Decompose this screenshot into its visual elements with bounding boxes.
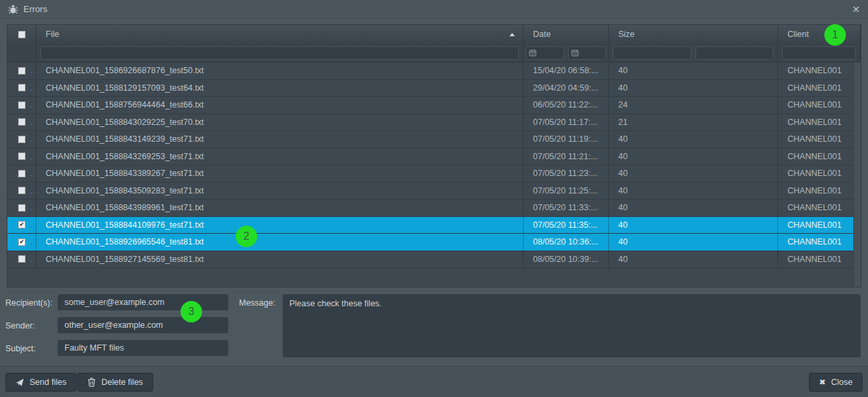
filter-check-spacer (7, 44, 36, 62)
row-client: CHANNEL001 (778, 62, 861, 79)
table-row[interactable]: ...CHANNEL001_1588843509283_test71.txt07… (7, 183, 861, 200)
row-size: 40 (609, 251, 778, 268)
table-row[interactable]: ...CHANNEL001_1588843389267_test71.txt07… (7, 165, 861, 183)
row-size: 21 (609, 114, 778, 131)
vertical-scrollbar-track[interactable] (853, 62, 861, 287)
row-size: 40 (609, 80, 778, 97)
table-row[interactable]: ✔...CHANNEL001_1588926965546_test81.txt0… (7, 234, 861, 251)
row-date: 06/05/20 11:22:... (524, 97, 609, 114)
file-filter-input[interactable] (40, 46, 519, 60)
table-row[interactable]: ...CHANNEL001_1588756944464_test66.txt06… (7, 97, 861, 114)
sender-input[interactable] (57, 316, 229, 334)
table-row[interactable]: ✔...CHANNEL001_1588844109976_test71.txt0… (7, 217, 861, 234)
header-client[interactable]: Client (778, 25, 861, 44)
row-ellipsis: ... (30, 101, 36, 109)
close-button[interactable]: ✖ Close (809, 373, 863, 392)
subject-input[interactable] (57, 339, 229, 357)
annotation-circle-1: 1 (824, 24, 846, 46)
date-to-input[interactable] (581, 48, 604, 58)
row-file: CHANNEL001_1588756944464_test66.txt (36, 97, 524, 114)
row-size: 40 (609, 148, 778, 165)
row-size: 40 (609, 165, 778, 182)
table-row[interactable]: ...CHANNEL001_1588843269253_test71.txt07… (7, 148, 861, 166)
row-size: 40 (609, 62, 778, 79)
row-check-cell[interactable]: ... (7, 165, 36, 182)
errors-table: File Date Size Client (7, 24, 861, 288)
row-file: CHANNEL001_1588843389267_test71.txt (36, 165, 524, 182)
filter-size-cell (609, 44, 778, 62)
row-date: 07/05/20 11:33:... (524, 200, 609, 216)
row-checkbox[interactable] (18, 170, 26, 177)
row-check-cell[interactable]: ... (7, 62, 36, 79)
row-client: CHANNEL001 (778, 131, 861, 148)
dialog-close-icon[interactable]: ✕ (852, 4, 860, 15)
close-x-icon: ✖ (819, 378, 826, 387)
row-file: CHANNEL001_1588926965546_test81.txt (36, 234, 524, 251)
delete-files-button[interactable]: Delete files (77, 373, 153, 392)
row-file: CHANNEL001_1588844109976_test71.txt (36, 217, 524, 234)
row-checkbox[interactable] (18, 255, 26, 263)
client-filter-input[interactable] (782, 46, 856, 60)
calendar-icon (529, 49, 536, 56)
recipients-label: Recipient(s): (5, 298, 52, 308)
row-ellipsis: ... (30, 238, 36, 246)
row-check-cell[interactable]: ✔... (7, 234, 36, 251)
row-check-cell[interactable]: ... (7, 200, 36, 216)
row-ellipsis: ... (30, 118, 36, 126)
bug-icon (8, 4, 18, 14)
row-size: 40 (609, 234, 778, 251)
row-client: CHANNEL001 (778, 251, 861, 268)
send-files-button[interactable]: Send files (5, 373, 77, 392)
header-size[interactable]: Size (609, 25, 778, 44)
date-from-filter[interactable] (526, 46, 565, 60)
select-all-checkbox[interactable] (18, 31, 26, 38)
date-to-filter[interactable] (568, 46, 607, 60)
row-check-cell[interactable]: ✔... (7, 217, 36, 234)
table-row[interactable]: ...CHANNEL001_1588843149239_test71.txt07… (7, 131, 861, 148)
table-row[interactable]: ...CHANNEL001_1588129157093_test64.txt29… (7, 80, 861, 97)
row-date: 07/05/20 11:19:... (524, 131, 609, 148)
row-ellipsis: ... (30, 84, 36, 92)
recipients-input[interactable] (57, 294, 229, 311)
row-date: 07/05/20 11:17:... (524, 114, 609, 131)
row-checkbox[interactable] (18, 136, 26, 143)
row-file: CHANNEL001_1588129157093_test64.txt (36, 80, 524, 97)
header-date-label: Date (533, 30, 550, 39)
header-file[interactable]: File (36, 25, 524, 44)
size-min-filter-input[interactable] (613, 46, 691, 60)
header-select-all-cell[interactable] (7, 25, 36, 44)
row-checkbox[interactable] (18, 101, 26, 109)
row-checkbox[interactable] (18, 84, 26, 91)
table-row[interactable]: ...CHANNEL001_1588843989961_test71.txt07… (7, 200, 861, 217)
row-checkbox[interactable]: ✔ (18, 221, 26, 228)
table-row[interactable]: ...CHANNEL001_1586926687876_test50.txt15… (7, 62, 861, 80)
row-checkbox[interactable] (18, 118, 26, 126)
row-client: CHANNEL001 (778, 114, 861, 131)
table-row[interactable]: ...CHANNEL001_1588843029225_test70.txt07… (7, 114, 861, 132)
date-from-input[interactable] (539, 48, 561, 58)
row-client: CHANNEL001 (778, 97, 861, 114)
row-checkbox[interactable] (18, 204, 26, 212)
row-check-cell[interactable]: ... (7, 114, 36, 131)
row-size: 40 (609, 183, 778, 200)
row-check-cell[interactable]: ... (7, 183, 36, 200)
row-check-cell[interactable]: ... (7, 131, 36, 148)
row-check-cell[interactable]: ... (7, 80, 36, 97)
dialog-titlebar: Errors ✕ (0, 0, 868, 19)
size-max-filter-input[interactable] (695, 46, 774, 60)
table-header: File Date Size Client (7, 25, 861, 44)
row-ellipsis: ... (30, 255, 36, 263)
row-ellipsis: ... (30, 135, 36, 143)
row-checkbox[interactable] (18, 152, 26, 160)
row-checkbox[interactable] (18, 67, 26, 75)
row-checkbox[interactable] (18, 187, 26, 194)
row-checkbox[interactable]: ✔ (18, 238, 26, 246)
header-date[interactable]: Date (524, 25, 609, 44)
row-file: CHANNEL001_1588843029225_test70.txt (36, 114, 524, 131)
row-check-cell[interactable]: ... (7, 97, 36, 114)
table-row[interactable]: ...CHANNEL001_1588927145569_test81.txt08… (7, 251, 861, 269)
row-check-cell[interactable]: ... (7, 148, 36, 165)
row-check-cell[interactable]: ... (7, 251, 36, 268)
row-file: CHANNEL001_1588843269253_test71.txt (36, 148, 524, 165)
message-textarea[interactable]: Please check these files. (282, 294, 861, 358)
